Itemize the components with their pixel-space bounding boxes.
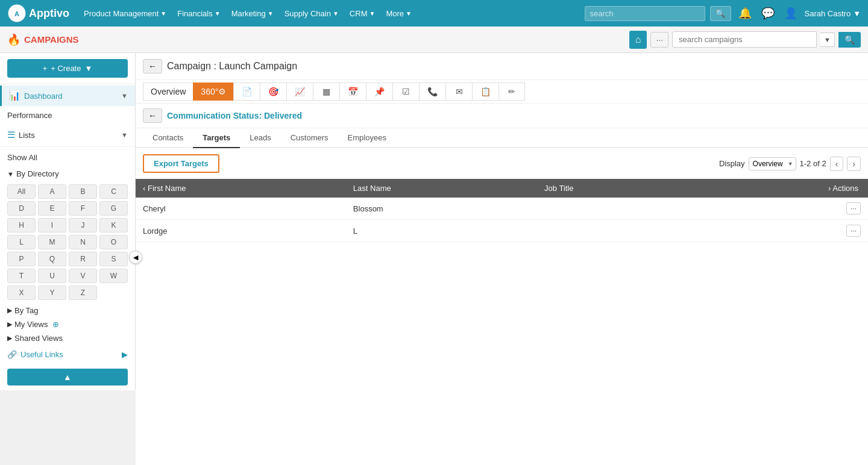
dir-k[interactable]: K bbox=[99, 218, 128, 232]
nav-more[interactable]: More ▼ bbox=[381, 5, 417, 22]
collapse-sidebar-button[interactable]: ◀ bbox=[129, 251, 142, 264]
col-actions-label: Actions bbox=[832, 184, 858, 193]
nav-financials[interactable]: Financials ▼ bbox=[172, 5, 225, 22]
dir-u[interactable]: U bbox=[38, 269, 66, 283]
sub-tab-targets[interactable]: Targets bbox=[193, 128, 240, 148]
sidebar-item-lists[interactable]: ☰ Lists ▼ bbox=[0, 125, 135, 145]
search-campaigns-input[interactable] bbox=[672, 31, 817, 48]
sub-tab-contacts[interactable]: Contacts bbox=[143, 128, 193, 148]
search-campaigns-button[interactable]: 🔍 bbox=[838, 32, 861, 48]
nav-crm[interactable]: CRM ▼ bbox=[345, 5, 380, 22]
sub-tab-customers[interactable]: Customers bbox=[281, 128, 338, 148]
dir-o[interactable]: O bbox=[99, 235, 128, 249]
back-button[interactable]: ← bbox=[143, 59, 162, 73]
dir-i[interactable]: I bbox=[38, 218, 66, 232]
dir-g[interactable]: G bbox=[99, 201, 128, 216]
dir-d[interactable]: D bbox=[7, 201, 36, 216]
nav-more-label: More bbox=[386, 9, 404, 18]
dir-e[interactable]: E bbox=[38, 201, 66, 216]
sidebar-show-all[interactable]: Show All bbox=[0, 148, 135, 167]
create-button[interactable]: + + Create ▼ bbox=[7, 59, 128, 78]
tab-360[interactable]: 360°⚙ bbox=[193, 83, 233, 101]
dashboard-arrow-icon: ▼ bbox=[121, 92, 128, 99]
by-tag-toggle[interactable]: ▶ By Tag bbox=[0, 304, 135, 317]
tab-calendar[interactable]: 📅 bbox=[339, 83, 366, 101]
global-search-button[interactable]: 🔍 bbox=[710, 6, 731, 21]
tab-edit[interactable]: ✏ bbox=[498, 83, 525, 101]
my-views-toggle[interactable]: ▶ My Views ⊕ bbox=[0, 317, 135, 331]
prev-page-button[interactable]: ‹ bbox=[830, 157, 844, 171]
dir-c[interactable]: C bbox=[99, 184, 128, 199]
row1-action-button[interactable]: ··· bbox=[846, 202, 861, 214]
col-last-name[interactable]: Last Name bbox=[346, 179, 537, 198]
more-options-button[interactable]: ··· bbox=[650, 32, 668, 48]
table-toolbar: Export Targets Display Overview Detailed… bbox=[136, 148, 868, 179]
sidebar-item-performance[interactable]: Performance bbox=[0, 106, 135, 125]
dir-h[interactable]: H bbox=[7, 218, 36, 232]
dir-j[interactable]: J bbox=[69, 218, 97, 232]
tab-grid[interactable]: ▦ bbox=[313, 83, 339, 101]
dir-r[interactable]: R bbox=[69, 252, 97, 266]
next-page-button[interactable]: › bbox=[847, 157, 861, 171]
sidebar-item-dashboard[interactable]: 📊 Dashboard ▼ bbox=[0, 86, 135, 106]
dir-q[interactable]: Q bbox=[38, 252, 66, 266]
dir-n[interactable]: N bbox=[69, 235, 97, 249]
shared-views-toggle[interactable]: ▶ Shared Views bbox=[0, 331, 135, 345]
dir-p[interactable]: P bbox=[7, 252, 36, 266]
tab-target[interactable]: 🎯 bbox=[260, 83, 286, 101]
lists-arrow-icon: ▼ bbox=[121, 131, 128, 139]
sub-tab-employees[interactable]: Employees bbox=[338, 128, 396, 148]
dir-f[interactable]: F bbox=[69, 201, 97, 216]
tab-chart[interactable]: 📈 bbox=[286, 83, 313, 101]
my-views-arrow: ▶ bbox=[7, 320, 12, 328]
export-targets-button[interactable]: Export Targets bbox=[143, 154, 219, 173]
row1-job-title bbox=[537, 198, 696, 220]
scroll-top-button[interactable]: ▲ bbox=[7, 369, 128, 385]
user-menu[interactable]: Sarah Castro ▼ bbox=[805, 9, 861, 18]
sub-tab-leads[interactable]: Leads bbox=[240, 128, 280, 148]
sub-tab-contacts-label: Contacts bbox=[153, 133, 183, 142]
tab-pin[interactable]: 📌 bbox=[366, 83, 392, 101]
useful-links-arrow: ▶ bbox=[122, 350, 128, 359]
tab-notes[interactable]: 📋 bbox=[472, 83, 498, 101]
dir-l[interactable]: L bbox=[7, 235, 36, 249]
dir-m[interactable]: M bbox=[38, 235, 66, 249]
profile-icon-button[interactable]: 👤 bbox=[782, 4, 800, 22]
display-select[interactable]: Overview Detailed bbox=[749, 157, 796, 170]
dir-s[interactable]: S bbox=[99, 252, 128, 266]
dir-b[interactable]: B bbox=[69, 184, 97, 199]
dir-all[interactable]: All bbox=[7, 184, 36, 199]
tab-overview[interactable]: Overview bbox=[143, 83, 193, 101]
table-row: Cheryl Blossom ··· bbox=[136, 198, 868, 220]
nav-product-management[interactable]: Product Management ▼ bbox=[79, 5, 171, 22]
nav-marketing[interactable]: Marketing ▼ bbox=[227, 5, 278, 22]
messages-button[interactable]: 💬 bbox=[759, 4, 777, 22]
nav-supply-chain[interactable]: Supply Chain ▼ bbox=[280, 5, 344, 22]
row2-action-button[interactable]: ··· bbox=[846, 225, 861, 237]
col-job-title[interactable]: Job Title bbox=[537, 179, 696, 198]
dir-a[interactable]: A bbox=[38, 184, 66, 199]
search-campaigns-dropdown[interactable]: ▼ bbox=[820, 33, 835, 47]
useful-links-section[interactable]: 🔗 Useful Links ▶ bbox=[0, 345, 135, 364]
dir-z[interactable]: Z bbox=[69, 286, 97, 300]
tab-icons-row: Overview 360°⚙ 📄 🎯 📈 ▦ 📅 📌 ☑ 📞 ✉ 📋 ✏ bbox=[136, 80, 868, 104]
notifications-button[interactable]: 🔔 bbox=[736, 4, 754, 22]
dir-t[interactable]: T bbox=[7, 269, 36, 283]
comm-back-button[interactable]: ← bbox=[143, 108, 162, 123]
col-first-name[interactable]: ‹ First Name bbox=[136, 179, 346, 198]
add-view-icon[interactable]: ⊕ bbox=[52, 320, 59, 329]
nav-supply-chain-arrow: ▼ bbox=[333, 10, 339, 17]
dir-w[interactable]: W bbox=[99, 269, 128, 283]
dir-x[interactable]: X bbox=[7, 286, 36, 300]
tab-email[interactable]: ✉ bbox=[445, 83, 472, 101]
dir-y[interactable]: Y bbox=[38, 286, 66, 300]
directory-grid: All A B C D E F G H I J K L M N O P Q R … bbox=[0, 181, 135, 304]
tab-phone[interactable]: 📞 bbox=[419, 83, 445, 101]
tab-doc[interactable]: 📄 bbox=[233, 83, 260, 101]
by-directory-toggle[interactable]: ▼ By Directory bbox=[0, 167, 135, 181]
global-search-input[interactable] bbox=[585, 6, 705, 21]
dir-v[interactable]: V bbox=[69, 269, 97, 283]
logo[interactable]: A Apptivo bbox=[7, 4, 69, 23]
tab-check[interactable]: ☑ bbox=[392, 83, 419, 101]
home-button[interactable]: ⌂ bbox=[629, 31, 647, 49]
